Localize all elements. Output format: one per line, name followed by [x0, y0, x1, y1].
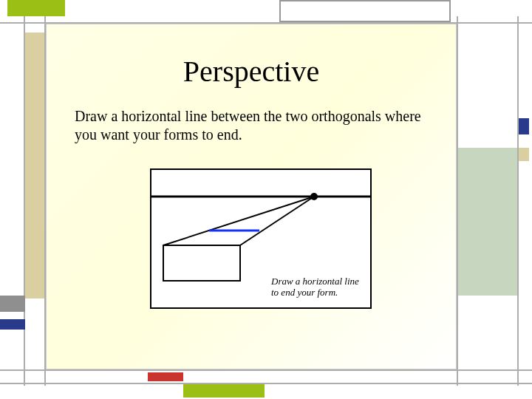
frame-line [0, 383, 532, 384]
frame-line [0, 369, 532, 371]
figure-caption: Draw a horizontal line to end your form. [271, 276, 367, 299]
svg-line-3 [240, 197, 314, 245]
accent-grey-left [0, 296, 25, 312]
frame-line [517, 16, 519, 386]
accent-navy-right [519, 118, 529, 134]
slide-body-text: Draw a horizontal line between the two o… [75, 107, 428, 144]
svg-line-2 [163, 197, 314, 245]
accent-navy-left [0, 319, 25, 330]
accent-grey-box [279, 0, 451, 22]
svg-rect-5 [163, 245, 240, 281]
slide-title: Perspective [47, 54, 456, 89]
accent-red-bottom [148, 372, 183, 381]
slide-card: Perspective Draw a horizontal line betwe… [46, 24, 457, 369]
accent-tan-left [25, 33, 44, 299]
slide-stage: Perspective Draw a horizontal line betwe… [0, 0, 532, 399]
accent-sage-right [458, 148, 517, 296]
accent-tan-right [519, 148, 529, 161]
accent-olive-top [7, 0, 65, 16]
accent-olive-bottom [183, 384, 265, 398]
perspective-diagram: Draw a horizontal line to end your form. [150, 168, 372, 309]
